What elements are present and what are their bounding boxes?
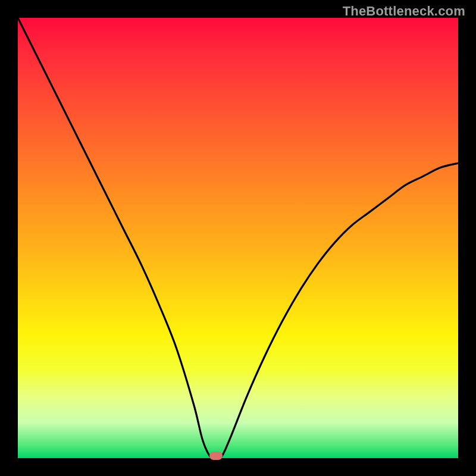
optimal-point-marker (209, 452, 223, 460)
chart-frame: TheBottleneck.com (0, 0, 476, 476)
bottleneck-curve (18, 18, 458, 458)
curve-path (18, 18, 458, 461)
watermark-text: TheBottleneck.com (343, 4, 465, 19)
plot-area (18, 18, 458, 458)
